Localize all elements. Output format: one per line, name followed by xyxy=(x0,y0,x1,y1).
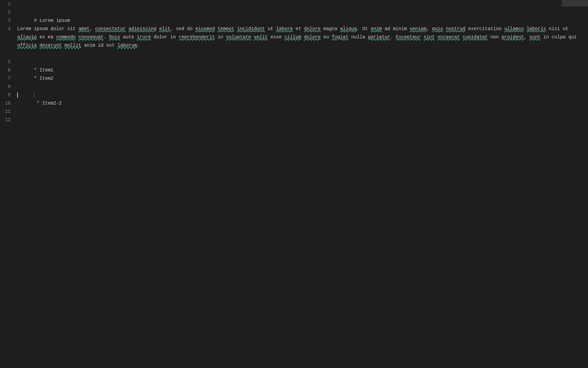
spell-tempor: tempor xyxy=(218,26,234,31)
line-num-11: 11 xyxy=(0,108,11,116)
spell-voluptate: voluptate xyxy=(226,34,251,40)
editor-line-11 xyxy=(17,99,588,108)
spell-irure: irure xyxy=(137,34,151,40)
editor-line-8: * Item2-2 xyxy=(17,74,588,83)
spell-officia: officia xyxy=(17,43,37,48)
line-num-4c xyxy=(0,41,11,50)
spell-veniam: veniam xyxy=(410,26,426,31)
spell-mollit: mollit xyxy=(65,43,81,48)
spell-labore: labore xyxy=(276,26,293,31)
minimap xyxy=(561,0,588,7)
spell-cillum: cillum xyxy=(285,34,301,40)
spell-sint: sint xyxy=(424,34,435,40)
line-num-4b xyxy=(0,33,11,41)
spell-ullamco: ullamco xyxy=(504,26,524,31)
line-num-10: 10 xyxy=(0,99,11,108)
spell-occaecat: occaecat xyxy=(438,34,460,40)
spell-consequat: consequat xyxy=(79,34,104,40)
spell-dolore2: dolore xyxy=(304,34,320,40)
spell-aliqua: aliqua xyxy=(340,26,357,31)
spell-amet: amet xyxy=(79,26,90,31)
spell-adipiscing: adipiscing xyxy=(129,26,156,31)
editor-content[interactable]: # Lorem ipsum Lorem ipsum dolor sit amet… xyxy=(14,0,588,368)
line-num-9: 9 xyxy=(0,91,11,99)
editor-line-3 xyxy=(17,17,588,25)
editor-line-12 xyxy=(17,108,588,116)
spell-elit: elit xyxy=(159,26,171,31)
spell-consectetur: consectetur xyxy=(95,26,126,31)
spell-deserunt: deserunt xyxy=(39,43,62,48)
editor-line-7: * Item2 xyxy=(17,66,588,74)
spell-proident: proident xyxy=(502,34,524,40)
line-num-4: 4 xyxy=(0,25,11,33)
line-num-1: 1 xyxy=(0,0,11,8)
line-num-12: 12 xyxy=(0,116,11,124)
line-num-4d xyxy=(0,50,11,58)
spell-sunt: sunt xyxy=(529,34,541,40)
spell-pariatur: pariatur xyxy=(368,34,390,40)
editor-line-6: * Item1 xyxy=(17,58,588,66)
spell-aliquip: aliquip xyxy=(17,34,37,40)
line-num-2: 2 xyxy=(0,8,11,17)
line-num-8: 8 xyxy=(0,83,11,91)
spell-duis: Duis xyxy=(109,34,120,40)
spell-incididunt: incididunt xyxy=(237,26,265,31)
line-num-5: 5 xyxy=(0,58,11,66)
line-num-6: 6 xyxy=(0,66,11,74)
editor-line-1 xyxy=(17,0,588,8)
spell-laboris: laboris xyxy=(527,26,546,31)
editor-line-10 xyxy=(17,91,588,99)
spell-reprehenderit: reprehenderit xyxy=(179,34,215,40)
editor-line-4: Lorem ipsum dolor sit amet, consectetur … xyxy=(17,25,580,50)
spell-commodo: commodo xyxy=(56,34,76,40)
spell-dolore: dolore xyxy=(304,26,320,31)
spell-cupidatat: cupidatat xyxy=(462,34,488,40)
spell-nostrud: nostrud xyxy=(446,26,465,31)
editor-line-5 xyxy=(17,50,588,58)
line-num-3: 3 xyxy=(0,17,11,25)
spell-fugiat: fugiat xyxy=(332,34,348,40)
editor-line-2: # Lorem ipsum xyxy=(17,8,588,17)
spell-enim: enim xyxy=(371,26,382,31)
line-num-7: 7 xyxy=(0,74,11,83)
spell-laborum: laborum xyxy=(117,43,137,48)
spell-excepteur: Excepteur xyxy=(396,34,421,40)
editor-line-9 xyxy=(17,83,588,91)
spell-quis: quis xyxy=(432,26,443,31)
text-cursor xyxy=(17,92,18,98)
line-numbers: 1 2 3 4 5 6 7 8 9 10 11 12 xyxy=(0,0,14,368)
code-editor[interactable]: 1 2 3 4 5 6 7 8 9 10 11 12 # Lorem ipsum… xyxy=(0,0,588,368)
spell-eiusmod: eiusmod xyxy=(195,26,215,31)
spell-velit: velit xyxy=(254,34,268,40)
